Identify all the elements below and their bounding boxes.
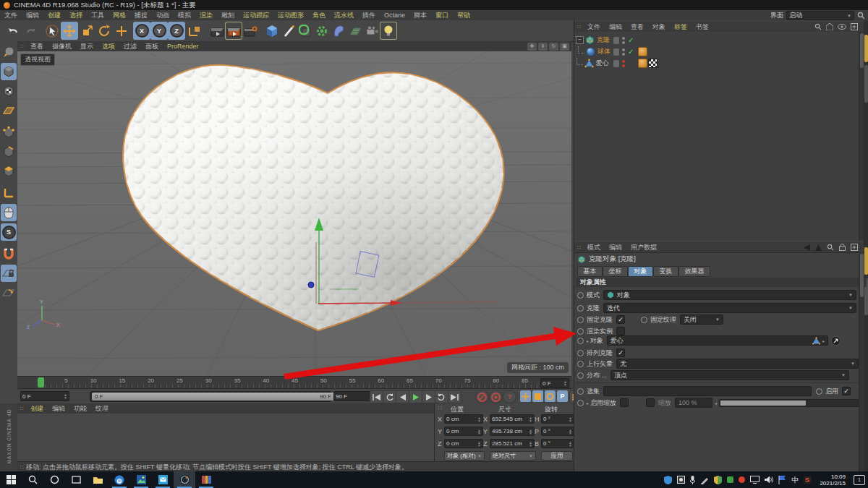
rotate-tool[interactable] bbox=[95, 22, 113, 40]
mail-icon[interactable] bbox=[152, 471, 174, 488]
viewport-scene[interactable]: Y X Z 网格间距 : 100 cm bbox=[17, 51, 571, 376]
mode-dropdown[interactable]: 对象 ▼ bbox=[603, 290, 856, 300]
am-menu-edit[interactable]: 编辑 bbox=[605, 243, 626, 252]
generators-button[interactable] bbox=[313, 22, 331, 40]
scale-checkbox[interactable] bbox=[646, 398, 655, 407]
tab-basic[interactable]: 基本 bbox=[577, 266, 603, 277]
light-button[interactable] bbox=[380, 22, 397, 40]
panel-grip-icon[interactable]: ∷ bbox=[17, 406, 26, 412]
materials-menu-create[interactable]: 创建 bbox=[26, 404, 48, 414]
scale-slider[interactable] bbox=[719, 399, 862, 407]
snap-button[interactable]: S bbox=[1, 223, 17, 241]
last-used-tool[interactable] bbox=[113, 22, 130, 40]
menu-item-plugins[interactable]: 插件 bbox=[358, 11, 380, 20]
texture-tag-icon[interactable] bbox=[648, 59, 658, 68]
key-rotation-toggle[interactable] bbox=[545, 390, 556, 402]
add-cube-button[interactable] bbox=[263, 22, 281, 40]
panel-grip-icon[interactable]: ∷ bbox=[17, 43, 26, 50]
enable-check-icon[interactable]: ✓ bbox=[628, 36, 634, 44]
visibility-dots[interactable] bbox=[622, 37, 625, 44]
render-settings-button[interactable] bbox=[242, 22, 259, 40]
start-button[interactable] bbox=[0, 471, 22, 488]
cinema4d-taskbar-icon[interactable] bbox=[174, 471, 195, 488]
screen-capture-icon[interactable] bbox=[677, 476, 685, 484]
security-colored-icon[interactable] bbox=[714, 476, 722, 484]
menu-item-edit[interactable]: 编辑 bbox=[22, 11, 43, 20]
network-display-icon[interactable] bbox=[750, 476, 760, 484]
interface-selector[interactable]: 启动▼ bbox=[786, 11, 854, 20]
menu-item-select[interactable]: 选择 bbox=[65, 11, 87, 20]
fix-clone-checkbox[interactable]: ✓ bbox=[616, 315, 625, 324]
distribution-dropdown[interactable]: 顶点▼ bbox=[610, 370, 849, 380]
stylus-icon[interactable] bbox=[700, 476, 709, 484]
position-y-field[interactable]: 0 cm▲▼ bbox=[444, 427, 483, 436]
om-menu-tags[interactable]: 标签 bbox=[670, 22, 692, 32]
object-row-heart[interactable]: 爱心 bbox=[576, 58, 856, 69]
am-scrollbar[interactable] bbox=[859, 252, 864, 471]
winrar-icon[interactable] bbox=[195, 471, 217, 488]
rotation-h-field[interactable]: 0 °▲▼ bbox=[541, 414, 574, 424]
cortana-icon[interactable] bbox=[43, 471, 65, 488]
object-link-field[interactable]: 爱心 ▸ bbox=[607, 335, 828, 346]
search-icon[interactable] bbox=[857, 12, 865, 20]
move-tool[interactable] bbox=[61, 22, 78, 40]
menu-item-script[interactable]: 脚本 bbox=[409, 11, 431, 20]
panel-grip-icon[interactable]: ∷ bbox=[435, 405, 444, 411]
play-button[interactable] bbox=[409, 390, 422, 403]
am-back-icon[interactable] bbox=[804, 244, 810, 251]
scale-tool[interactable] bbox=[78, 22, 95, 40]
pick-object-icon[interactable] bbox=[831, 336, 841, 346]
anim-dot-icon[interactable] bbox=[641, 317, 647, 323]
menu-item-pipeline[interactable]: 流水线 bbox=[330, 11, 358, 20]
environment-button[interactable] bbox=[346, 22, 364, 40]
timeline-ruler[interactable]: 0510 152025 303540 455055 606570 758085 … bbox=[17, 376, 571, 389]
autokey-button[interactable] bbox=[489, 390, 503, 403]
material-manager-list[interactable] bbox=[17, 414, 434, 461]
heart-object[interactable] bbox=[123, 65, 503, 330]
dock-tab-active[interactable] bbox=[864, 247, 868, 275]
size-z-field[interactable]: 285.521 cm▲▼ bbox=[490, 439, 535, 448]
viewport-zoom-icon[interactable]: ⇕ bbox=[538, 43, 548, 51]
object-row-cloner[interactable]: − 克隆 ✓ bbox=[576, 35, 856, 46]
materials-menu-texture[interactable]: 纹理 bbox=[91, 404, 113, 414]
super-s-icon[interactable]: S bbox=[804, 476, 812, 484]
fix-texture-dropdown[interactable]: 关闭▼ bbox=[680, 314, 723, 325]
object-name[interactable]: 球体 bbox=[597, 47, 610, 56]
menu-item-animate[interactable]: 动画 bbox=[152, 11, 174, 20]
workplane-mode-button[interactable] bbox=[1, 102, 17, 119]
selection-field[interactable] bbox=[603, 386, 812, 396]
om-search-icon[interactable] bbox=[814, 23, 822, 30]
layer-box[interactable] bbox=[613, 37, 619, 44]
notification-center-icon[interactable]: 1 bbox=[854, 475, 865, 485]
undo-button[interactable] bbox=[4, 22, 22, 40]
viewport-menu-options[interactable]: 选项 bbox=[98, 42, 119, 51]
make-editable-button[interactable] bbox=[1, 43, 17, 61]
viewport-menu-filter[interactable]: 过滤 bbox=[119, 42, 141, 51]
next-frame-button[interactable] bbox=[422, 390, 435, 403]
workplane-button[interactable] bbox=[1, 284, 17, 301]
microphone-icon[interactable] bbox=[690, 476, 695, 484]
size-x-field[interactable]: 692.545 cm▲▼ bbox=[490, 414, 535, 424]
object-name[interactable]: 克隆 bbox=[597, 35, 610, 45]
menu-item-file[interactable]: 文件 bbox=[0, 11, 22, 20]
menu-item-tools[interactable]: 工具 bbox=[87, 11, 109, 20]
am-panel-plus-icon[interactable] bbox=[851, 244, 858, 251]
task-view-icon[interactable] bbox=[65, 471, 87, 488]
rotation-b-field[interactable]: 0 °▲▼ bbox=[541, 439, 574, 448]
enable-scale-checkbox[interactable] bbox=[620, 398, 629, 407]
om-menu-file[interactable]: 文件 bbox=[583, 22, 605, 32]
menu-item-window[interactable]: 窗口 bbox=[431, 11, 453, 20]
key-scale-toggle[interactable] bbox=[532, 390, 543, 402]
am-search-icon[interactable] bbox=[827, 244, 834, 251]
panel-grip-icon[interactable]: ∷ bbox=[574, 24, 583, 30]
record-keyframe-button[interactable] bbox=[475, 390, 489, 403]
object-name[interactable]: 爱心 bbox=[596, 59, 609, 68]
om-home-icon[interactable] bbox=[826, 23, 833, 30]
tab-object[interactable]: 对象 bbox=[628, 266, 653, 277]
om-menu-bookmarks[interactable]: 书签 bbox=[692, 22, 713, 32]
viewport-solo-button[interactable] bbox=[1, 204, 17, 221]
visibility-dots-hidden[interactable] bbox=[622, 60, 625, 67]
anim-dot-icon[interactable] bbox=[577, 338, 584, 344]
texture-mode-button[interactable] bbox=[1, 82, 17, 100]
enable-check-icon[interactable]: ✓ bbox=[628, 48, 634, 56]
